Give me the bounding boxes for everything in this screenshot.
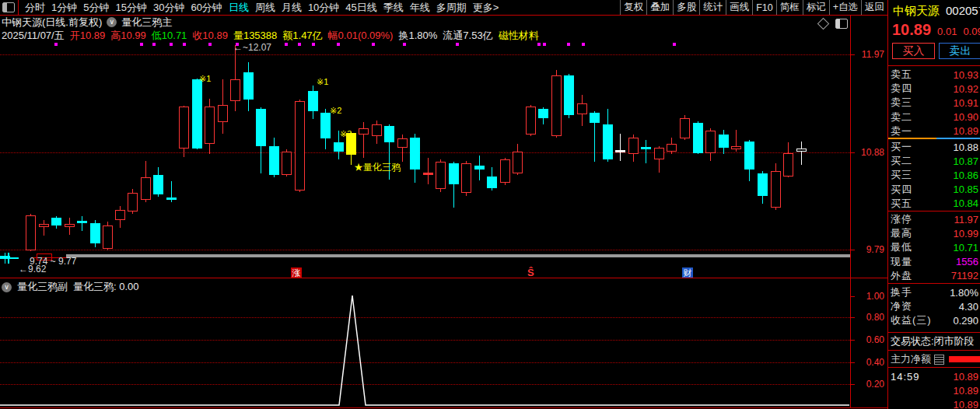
- candle-body: [693, 123, 703, 153]
- candle-wick: [82, 216, 82, 231]
- bid-row[interactable]: 买四10.85: [888, 183, 980, 197]
- price-change: 0.01: [937, 26, 957, 37]
- subchart-readout-value: 0.00: [119, 281, 138, 292]
- event-badge[interactable]: 涨: [291, 267, 302, 278]
- axis-tick: [851, 54, 855, 55]
- ask-row-label: 卖四: [891, 82, 912, 96]
- ask-row[interactable]: 卖四10.92: [888, 82, 980, 96]
- sell-button[interactable]: 卖出: [939, 43, 980, 59]
- detail-list-icon[interactable]: [934, 355, 944, 365]
- ask-row[interactable]: 卖一10.89: [888, 124, 980, 138]
- candle-body: [474, 166, 485, 170]
- subchart-header: ∨ 量化三鸦副 量化三鸦: 0.00: [2, 280, 139, 294]
- candle-body: [179, 107, 189, 149]
- candle-body: [320, 113, 331, 138]
- candle-body: [51, 218, 61, 225]
- candle-body: [230, 79, 240, 101]
- price-note-2: ←9.62: [19, 264, 46, 274]
- gridline: [0, 384, 850, 385]
- tick-row: 10.89: [888, 397, 980, 409]
- stock-name[interactable]: 中钢天源: [893, 4, 940, 19]
- event-badge[interactable]: 财: [682, 267, 693, 278]
- subchart-readout-label: 量化三鸦:: [73, 281, 117, 292]
- candle-body: [218, 105, 228, 122]
- candle-body: [564, 75, 574, 115]
- ask-row[interactable]: 卖五10.93: [888, 68, 980, 82]
- gridline: [0, 317, 850, 318]
- marker-dot: [298, 43, 301, 46]
- candle-body: [461, 163, 471, 193]
- stat-row-label: 换手: [891, 285, 912, 299]
- marker-dot: [337, 43, 340, 46]
- pane-divider[interactable]: [0, 278, 887, 278]
- bid-row[interactable]: 买一10.88: [888, 140, 980, 154]
- marker-dot: [140, 43, 143, 46]
- bid-row-label: 买四: [891, 183, 912, 197]
- signal-marker: ※1: [317, 77, 328, 87]
- candle-body: [372, 124, 382, 136]
- candle-body: [141, 177, 151, 200]
- subchart-dropdown-icon[interactable]: ∨: [2, 282, 12, 292]
- candle-body: [500, 159, 510, 183]
- signal-marker: ※3: [340, 129, 352, 139]
- gridline: [0, 362, 850, 363]
- signal-marker: ※1: [199, 74, 211, 84]
- period-high-annotation: ←~12.07: [233, 42, 271, 53]
- subchart-bottom-border: [0, 407, 887, 408]
- candle-body: [334, 142, 344, 152]
- marker-dot: [170, 43, 173, 46]
- candle-body: [526, 107, 536, 135]
- axis-label: 0.60: [852, 334, 884, 345]
- marker-dot: [582, 43, 585, 46]
- candle-body: [256, 109, 266, 146]
- ask-row[interactable]: 卖三10.91: [888, 96, 980, 110]
- bid-row-value: 10.85: [953, 184, 978, 195]
- marker-dot: [208, 43, 212, 46]
- candle-wick: [646, 140, 646, 163]
- candle-body: [667, 144, 677, 152]
- bid-row-value: 10.87: [953, 156, 978, 167]
- bid-row[interactable]: 买三10.86: [888, 168, 980, 182]
- axis-tick: [851, 250, 855, 250]
- candle-body: [359, 128, 369, 135]
- sidebar-divider: [888, 283, 980, 284]
- order-buttons: 买入 卖出: [888, 43, 980, 59]
- axis-tick: [851, 317, 855, 318]
- axis-label: 11.97: [852, 49, 884, 60]
- axis-label: 10.88: [852, 147, 884, 158]
- buy-button[interactable]: 买入: [892, 43, 935, 59]
- candle-wick: [44, 220, 44, 236]
- stock-name-row: 中钢天源 002057: [888, 4, 980, 19]
- axis-label: 1.00: [852, 291, 884, 302]
- candle-body: [615, 150, 625, 152]
- subchart-name[interactable]: 量化三鸦副: [17, 280, 68, 294]
- stat-row-label: 净资: [891, 299, 912, 313]
- candle-body: [628, 138, 639, 154]
- stat-row-value: 1556: [956, 256, 978, 267]
- candle-body: [269, 146, 279, 175]
- candle-body: [705, 131, 716, 153]
- candle-body: [577, 103, 587, 114]
- marker-dot: [152, 43, 156, 46]
- marker-dot: [543, 43, 546, 46]
- candle-body: [26, 215, 36, 250]
- bid-row[interactable]: 买二10.87: [888, 154, 980, 168]
- candle-body: [77, 221, 87, 223]
- bid-row-label: 买一: [891, 140, 912, 154]
- candle-body: [590, 113, 600, 123]
- bid-row[interactable]: 买五10.84: [888, 197, 980, 211]
- axis-label: 0.80: [852, 312, 884, 323]
- ask-row[interactable]: 卖二10.90: [888, 110, 980, 124]
- quote-sidebar: 中钢天源 002057 10.89 0.01 0.09% 买入 卖出 卖五10.…: [887, 0, 980, 409]
- marker-dot: [183, 43, 186, 46]
- stat-row-label: 收益(三): [891, 313, 932, 327]
- indicator-signal-label: ★量化三鸦: [354, 161, 401, 174]
- event-symbol[interactable]: Ŝ: [527, 267, 534, 278]
- gridline: [0, 54, 850, 55]
- signal-marker: ※2: [330, 106, 341, 116]
- stat-row-value: 71192: [951, 270, 978, 281]
- stat-row: 换手1.80%: [888, 285, 980, 299]
- ask-queue: 卖五10.93卖四10.92卖三10.91卖二10.90卖一10.89: [888, 68, 980, 138]
- main-chart[interactable]: ※1※1※2※3 ←~12.07 ★量化三鸦 9.74 ~ 9.77 ←9.62…: [0, 0, 980, 409]
- left-edge-candle-wick: [8, 253, 9, 264]
